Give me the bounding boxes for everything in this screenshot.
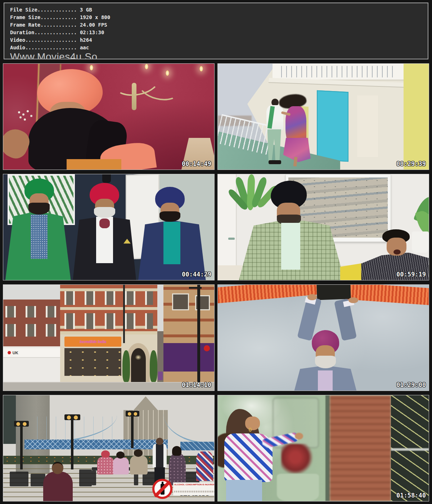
man-check-shirt [196, 451, 213, 481]
dot-leader: .............. [34, 30, 77, 35]
screenshot-6: 01:29:00 [217, 284, 429, 391]
info-line-frame-rate: Frame Rate............ 24.00 FPS [10, 21, 428, 29]
hoop-earring [249, 428, 252, 432]
info-label: Audio [10, 45, 25, 50]
warning-label: ALCOHOL CONSUMPTION IS INJURIOUS [173, 482, 215, 495]
bridge-deck [180, 442, 214, 450]
restaurant-sign: Incredible India [64, 337, 121, 347]
window-row [5, 306, 58, 318]
paisley-cravat [99, 219, 110, 228]
alcohol-warning: ALCOHOL CONSUMPTION IS INJURIOUS [152, 479, 215, 499]
lamp-post [20, 425, 23, 469]
bank-logo-icon [8, 351, 11, 355]
warning-text: ALCOHOL CONSUMPTION IS INJURIOUS [174, 483, 215, 486]
white-beard [94, 207, 115, 217]
topiary-tree [122, 350, 130, 382]
info-label: Video [10, 37, 25, 43]
orange-robe [67, 159, 121, 170]
chandelier-glow [135, 355, 141, 360]
window-row [5, 324, 58, 337]
white-petals [18, 111, 20, 113]
red-turban [101, 450, 109, 458]
info-label: Frame Rate [10, 22, 40, 28]
site-watermark: Www.Movies4u.So [10, 52, 428, 59]
info-value: 24.00 FPS [77, 22, 107, 28]
yellow-wall [404, 64, 429, 170]
mint-shirt [281, 223, 300, 269]
candle-flame [90, 65, 93, 71]
cafe-chair [79, 469, 92, 486]
window-row [64, 313, 153, 329]
lantern [126, 411, 139, 417]
media-info-panel: File Size............. 3 GB Frame Size..… [4, 3, 428, 59]
man-beige-hoodie [130, 456, 148, 475]
cafe-chair [10, 472, 29, 486]
man-pink-jacket [97, 457, 114, 475]
doorway-interior [131, 348, 146, 382]
chandelier-stem [132, 83, 136, 110]
window [172, 293, 189, 310]
info-value: 3 GB [77, 7, 92, 13]
info-value: 02:13:30 [77, 30, 104, 35]
screenshot-2: 00:29:39 [217, 63, 429, 170]
info-label: Duration [10, 30, 34, 35]
topiary-tree [150, 350, 157, 382]
candle-flame [145, 64, 148, 69]
no-alcohol-icon [152, 479, 172, 499]
woman-pink [113, 458, 129, 474]
timestamp: 01:14:10 [182, 381, 211, 388]
lamp-post [131, 414, 134, 448]
screenshot-8: 01:58:40 [217, 395, 429, 501]
door-handle [228, 238, 235, 240]
white-planter [412, 231, 429, 253]
red-flowers [281, 444, 313, 473]
info-value: 1920 x 800 [77, 14, 110, 20]
pipe-collar [317, 284, 351, 300]
lantern [64, 414, 80, 420]
gripping-hand [307, 294, 317, 300]
blue-jeans [226, 480, 262, 501]
blurred-brick-pillar [330, 395, 391, 501]
screenshot-3: 00:44:29 [3, 174, 215, 280]
gripping-hand [348, 297, 358, 303]
man-hair [134, 449, 142, 457]
face [245, 417, 260, 430]
bank-sign: UK [3, 348, 60, 357]
dot-leader: ............ [40, 14, 77, 20]
bank-sign-text: UK [13, 351, 18, 355]
teal-shirt [163, 222, 180, 264]
window-mullion [325, 395, 330, 501]
timestamp: 00:14:49 [182, 160, 211, 167]
lamp-arm [189, 287, 202, 289]
ceiling-fixture [102, 174, 111, 183]
dot-leader: ................. [25, 37, 77, 43]
restaurant-sign-text: Incredible India [80, 340, 106, 344]
lamp-post [71, 419, 74, 469]
warning-fine-print [174, 491, 215, 492]
standing-waiter-vest [153, 444, 167, 467]
media-info-sheet: File Size............. 3 GB Frame Size..… [0, 3, 432, 501]
cyan-hut-door [317, 90, 348, 162]
info-line-audio: Audio................. aac [10, 44, 428, 51]
screenshot-grid: 00:14:49 00:29:39 [0, 63, 432, 501]
restaurant-window [64, 348, 121, 375]
timestamp: 01:58:40 [396, 492, 426, 499]
window-row [64, 291, 153, 305]
screenshot-4: 00:59:19 [217, 174, 429, 280]
info-line-duration: Duration.............. 02:13:30 [10, 29, 428, 36]
screenshot-5: UK Incredible India [3, 284, 215, 391]
timestamp: 00:44:29 [182, 271, 211, 278]
white-beard [315, 356, 336, 368]
screenshot-1: 00:14:49 [3, 63, 215, 170]
balcony-railing [281, 66, 397, 77]
info-line-video: Video................. h264 [10, 36, 428, 44]
info-value: aac [77, 45, 89, 50]
info-line-frame-size: Frame Size............ 1920 x 800 [10, 14, 428, 21]
white-hut-door [357, 95, 378, 157]
railing [391, 448, 429, 451]
sneaker [269, 160, 281, 165]
dot-leader: ............ [40, 22, 77, 28]
black-beard [28, 203, 50, 214]
info-label: File Size [10, 7, 37, 13]
screenshot-7: 01:43:50 ALCOHOL CONSUMPTION IS INJURIOU… [3, 395, 215, 501]
